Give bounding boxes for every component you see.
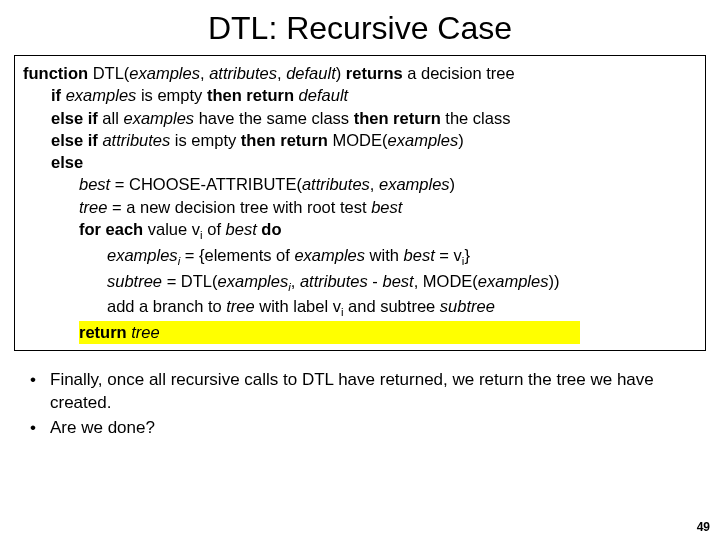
bullet-list: • Finally, once all recursive calls to D… (30, 369, 690, 440)
pseudocode-box: function DTL(examples, attributes, defau… (14, 55, 706, 351)
bullet-item: • Finally, once all recursive calls to D… (30, 369, 690, 415)
code-line: if examples is empty then return default (23, 84, 697, 106)
code-line: function DTL(examples, attributes, defau… (23, 62, 697, 84)
bullet-item: • Are we done? (30, 417, 690, 440)
code-line: else if all examples have the same class… (23, 107, 697, 129)
bullet-dot: • (30, 369, 50, 415)
page-number: 49 (697, 520, 710, 534)
code-line-highlighted: return tree (23, 321, 697, 343)
code-line: else if attributes is empty then return … (23, 129, 697, 151)
bullet-text: Are we done? (50, 417, 155, 440)
code-line: subtree = DTL(examplesi, attributes - be… (23, 270, 697, 296)
code-line: tree = a new decision tree with root tes… (23, 196, 697, 218)
code-line: else (23, 151, 697, 173)
code-line: add a branch to tree with label vi and s… (23, 295, 697, 321)
bullet-dot: • (30, 417, 50, 440)
code-line: best = CHOOSE-ATTRIBUTE(attributes, exam… (23, 173, 697, 195)
code-line: examplesi = {elements of examples with b… (23, 244, 697, 270)
code-line: for each value vi of best do (23, 218, 697, 244)
slide-title: DTL: Recursive Case (0, 10, 720, 47)
bullet-text: Finally, once all recursive calls to DTL… (50, 369, 690, 415)
